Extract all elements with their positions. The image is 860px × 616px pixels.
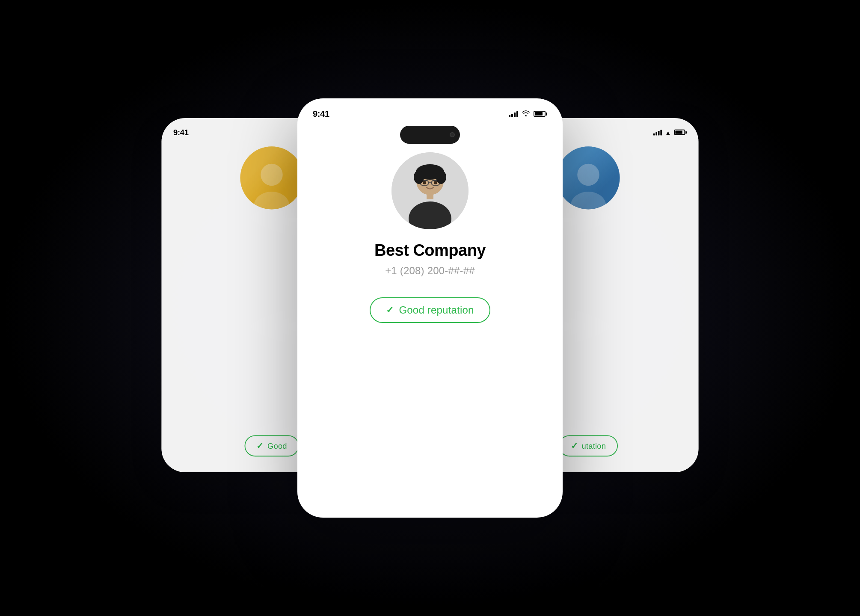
center-dynamic-island [400, 126, 460, 144]
left-badge[interactable]: ✓ Good [245, 435, 299, 457]
scene: 9:41 ✓ Good [130, 51, 730, 565]
center-person-svg [391, 152, 469, 229]
right-check-icon: ✓ [571, 441, 578, 451]
center-signal-bars [509, 110, 518, 117]
company-name: Best Company [374, 241, 486, 260]
svg-rect-12 [427, 193, 433, 199]
left-person-svg [246, 158, 297, 210]
center-status-bar: 9:41 [297, 98, 563, 122]
center-phone-content: Best Company +1 (208) 200-##-## ✓ Good r… [297, 144, 563, 340]
phone-center: 9:41 [297, 98, 563, 518]
right-person-svg [563, 158, 614, 210]
right-status-icons: ▲ [653, 129, 687, 136]
svg-point-1 [254, 192, 290, 209]
svg-point-2 [577, 164, 599, 186]
svg-point-11 [434, 181, 437, 184]
center-wifi-icon [522, 110, 530, 118]
reputation-text: Good reputation [399, 304, 474, 316]
center-status-icons [509, 110, 547, 118]
phone-number: +1 (208) 200-##-## [385, 265, 475, 277]
right-badge[interactable]: ✓ utation [559, 435, 617, 457]
left-badge-text: Good [267, 441, 287, 450]
svg-point-15 [436, 170, 446, 184]
right-battery-icon [674, 130, 687, 135]
center-time: 9:41 [313, 109, 329, 119]
right-badge-text: utation [582, 441, 606, 450]
check-icon: ✓ [386, 305, 394, 316]
dynamic-island-camera [450, 132, 455, 137]
right-signal-bars [653, 129, 662, 136]
left-time: 9:41 [173, 128, 189, 137]
right-avatar [557, 146, 620, 209]
center-battery-icon [534, 111, 547, 117]
right-wifi-icon: ▲ [665, 129, 671, 136]
svg-point-0 [261, 164, 283, 186]
left-avatar [240, 146, 303, 209]
svg-point-3 [571, 192, 606, 209]
center-avatar [391, 152, 469, 229]
svg-point-14 [414, 170, 424, 184]
svg-point-10 [423, 181, 426, 184]
left-check-icon: ✓ [256, 441, 264, 451]
reputation-badge[interactable]: ✓ Good reputation [370, 297, 490, 323]
